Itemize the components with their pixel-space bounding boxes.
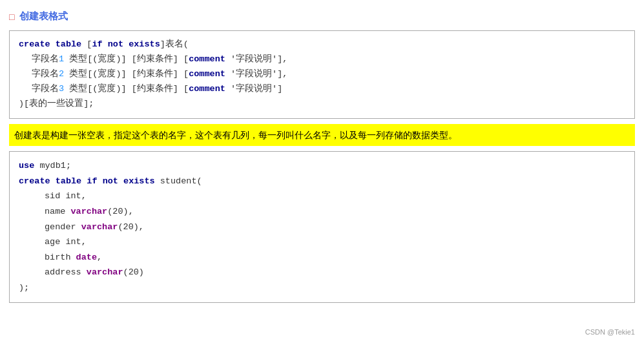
example-field-address: address varchar(20) — [19, 265, 625, 280]
credit-text: CSDN @Tekie1 — [585, 328, 635, 336]
example-code-block: use mydb1; create table if not exists st… — [9, 151, 635, 303]
syntax-line-field2: 字段名2 类型[(宽度)] [约束条件] [comment '字段说明'], — [19, 67, 625, 82]
section-title: 创建表格式 — [19, 10, 68, 23]
example-field-name: name varchar(20), — [19, 204, 625, 220]
syntax-line-field1: 字段名1 类型[(宽度)] [约束条件] [comment '字段说明'], — [19, 52, 625, 67]
syntax-line-field3: 字段名3 类型[(宽度)] [约束条件] [comment '字段说明'] — [19, 82, 625, 97]
example-create-line: create table if not exists student( — [19, 174, 625, 189]
section-header: □ 创建表格式 — [0, 6, 644, 26]
example-field-sid: sid int, — [19, 189, 625, 204]
kw-create-table: create table — [19, 39, 81, 49]
syntax-line-1: create table [if not exists]表名( — [19, 37, 625, 52]
example-field-gender: gender varchar(20), — [19, 220, 625, 235]
syntax-line-close: )[表的一些设置]; — [19, 97, 625, 112]
example-close-line: ); — [19, 280, 625, 296]
section-icon: □ — [9, 12, 14, 22]
explanation-text: 创建表是构建一张空表，指定这个表的名字，这个表有几列，每一列叫什么名字，以及每一… — [9, 124, 635, 146]
example-field-birth: birth date, — [19, 250, 625, 265]
example-use-line: use mydb1; — [19, 158, 625, 174]
example-field-age: age int, — [19, 234, 625, 250]
syntax-code-block: create table [if not exists]表名( 字段名1 类型[… — [9, 30, 635, 119]
